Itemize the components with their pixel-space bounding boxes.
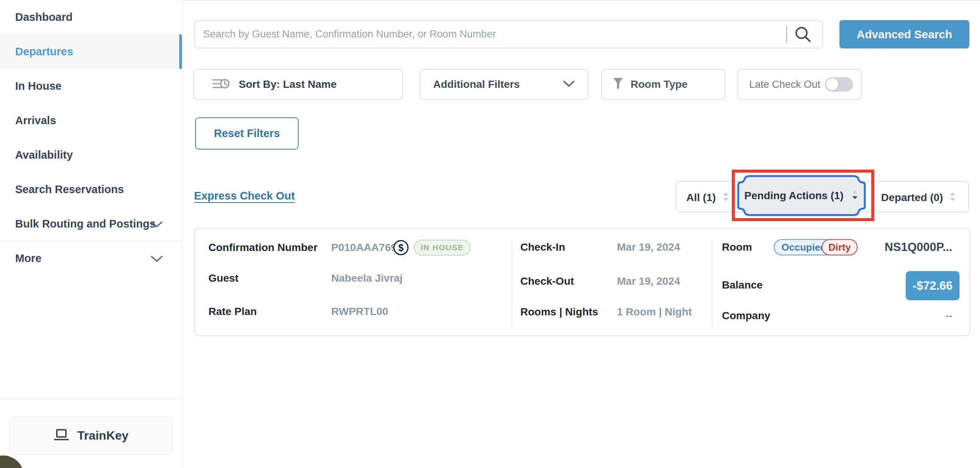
sidebar-item-label: In House [15,80,61,92]
company-label: Company [722,310,770,322]
sidebar-item-availability[interactable]: Availability [0,138,182,172]
sidebar-item-search-reservations[interactable]: Search Reservations [0,172,182,207]
balance-value: -$72.66 [913,279,952,293]
sort-by-label: Sort By: Last Name [239,78,337,90]
tab-departed[interactable]: Departed (0) [881,182,956,213]
confirmation-number-value: P010AAA769 [331,241,397,254]
room-dirty-badge: Dirty [822,239,858,255]
reset-filters-button[interactable]: Reset Filters [195,117,299,149]
sort-by-dropdown[interactable]: Sort By: Last Name [193,69,403,100]
room-type-filter[interactable]: Room Type [601,69,725,100]
departures-page: Dashboard Departures In House Arrivals A… [0,0,980,468]
toggle-knob [826,78,838,90]
tab-departed-label: Departed (0) [881,192,943,204]
rate-plan-value: RWPRTL00 [331,306,388,318]
sidebar-item-label: More [15,252,41,265]
tab-pending-actions[interactable]: Pending Actions (1) [737,175,866,217]
company-value: -- [945,310,952,322]
balance-badge[interactable]: -$72.66 [906,271,959,300]
tab-all-label: All (1) [686,192,716,204]
check-out-label: Check-Out [520,275,574,287]
advanced-search-button[interactable]: Advanced Search [839,20,969,48]
folio-dollar-icon[interactable]: $ [393,240,409,255]
room-type-label: Room Type [631,78,687,90]
sidebar-item-label: Departures [15,46,73,58]
additional-filters-label: Additional Filters [433,78,520,90]
sidebar-item-label: Dashboard [15,11,72,24]
check-in-label: Check-In [520,241,565,253]
sidebar-item-more[interactable]: More [0,241,182,276]
sidebar-item-label: Availability [15,149,73,161]
funnel-icon [613,78,623,91]
sidebar-item-bulk-routing[interactable]: Bulk Routing and Postings [0,207,182,241]
chevron-down-icon [151,218,162,230]
sort-arrows-icon [851,190,859,201]
express-check-out-link[interactable]: Express Check Out [194,190,295,202]
trainkey-button[interactable]: TrainKey [9,417,172,455]
tab-pending-actions-label: Pending Actions (1) [744,190,843,202]
sidebar-item-label: Search Reservations [15,183,124,196]
room-number-value: NS1Q000P... [885,240,952,254]
sidebar-item-arrivals[interactable]: Arrivals [0,103,182,138]
search-separator [786,26,787,43]
check-out-value: Mar 19, 2024 [617,275,680,287]
reservation-card: Confirmation Number P010AAA769 $ IN HOUS… [194,228,970,336]
additional-filters-dropdown[interactable]: Additional Filters [420,69,589,100]
late-check-out-toggle[interactable] [825,77,853,92]
rooms-nights-value: 1 Room | Night [617,306,692,318]
room-label: Room [722,241,752,253]
active-indicator-bar [179,35,182,69]
laptop-icon [53,428,70,443]
sidebar: Dashboard Departures In House Arrivals A… [0,0,182,468]
late-check-out-label: Late Check Out [749,79,821,90]
chevron-down-icon [563,80,575,89]
sort-arrows-icon [722,192,730,203]
sidebar-item-departures[interactable]: Departures [0,35,182,69]
sidebar-item-label: Arrivals [15,114,56,127]
card-divider [512,239,512,327]
rooms-nights-label: Rooms | Nights [520,306,598,318]
sidebar-item-label: Bulk Routing and Postings [15,218,156,230]
balance-label: Balance [722,279,762,291]
sidebar-footer-divider [0,399,182,399]
search-input[interactable] [194,20,823,48]
chevron-down-icon [151,252,162,265]
sort-arrows-icon [949,192,956,203]
sort-history-icon [212,77,231,92]
late-check-out-filter: Late Check Out [737,69,862,100]
tab-all[interactable]: All (1) [686,182,730,213]
rate-plan-label: Rate Plan [208,306,257,318]
guest-value: Nabeela Jivraj [331,272,402,284]
card-divider [712,239,713,327]
in-house-status-badge: IN HOUSE [414,240,471,255]
check-in-value: Mar 19, 2024 [617,241,680,253]
confirmation-number-label: Confirmation Number [208,241,318,254]
sidebar-item-dashboard[interactable]: Dashboard [0,0,182,35]
trainkey-label: TrainKey [77,428,129,443]
search-icon[interactable] [794,25,813,44]
guest-label: Guest [208,272,239,284]
sidebar-item-in-house[interactable]: In House [0,69,182,103]
